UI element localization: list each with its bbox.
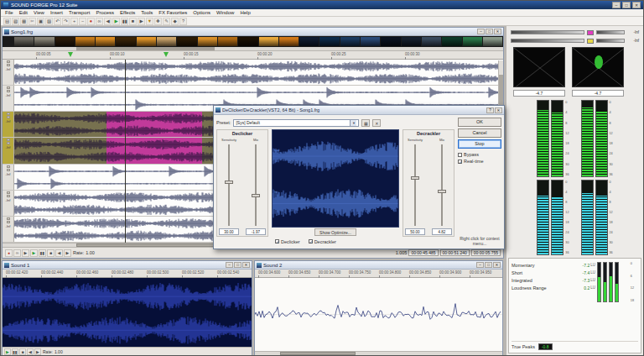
window-minimize-button[interactable]: – bbox=[226, 262, 233, 268]
menu-options[interactable]: Options bbox=[193, 10, 210, 15]
time-ruler[interactable]: 00:00:0500:00:1000:00:1500:00:2000:00:25… bbox=[3, 51, 503, 60]
pause-icon[interactable]: ▮▮ bbox=[121, 18, 128, 25]
solo-button[interactable] bbox=[7, 221, 10, 223]
go-to-end-button[interactable]: ▶ bbox=[34, 348, 41, 355]
pause-button[interactable]: ▮▮ bbox=[39, 249, 46, 257]
menu-effects[interactable]: Effects bbox=[120, 10, 135, 15]
edit-tool-icon[interactable]: ✎ bbox=[163, 18, 170, 25]
overview-thumb[interactable] bbox=[76, 47, 215, 50]
solo-button[interactable] bbox=[7, 116, 10, 118]
slider-mix[interactable] bbox=[250, 143, 262, 228]
record-button[interactable]: ● bbox=[5, 249, 13, 257]
event-tool-icon[interactable]: ◆ bbox=[171, 18, 179, 25]
checkbox-box[interactable]: ✓ bbox=[458, 160, 462, 164]
solo-button[interactable] bbox=[7, 64, 10, 66]
mute-button[interactable] bbox=[7, 113, 10, 115]
sound2-window-titlebar[interactable]: Sound 2 – □ ✕ bbox=[255, 261, 502, 270]
window-maximize-button[interactable]: □ bbox=[486, 29, 493, 34]
loop-icon[interactable]: ∞ bbox=[96, 18, 103, 25]
menu-insert[interactable]: Insert bbox=[50, 10, 63, 15]
video-thumbnail[interactable] bbox=[259, 37, 278, 46]
mute-button[interactable] bbox=[7, 86, 10, 89]
menu-view[interactable]: View bbox=[34, 10, 44, 15]
play-icon[interactable]: ▶ bbox=[112, 18, 120, 25]
slider-value[interactable]: -1.97 bbox=[246, 228, 266, 235]
mute-button[interactable] bbox=[7, 139, 10, 141]
copy-icon[interactable]: ▣ bbox=[37, 18, 44, 25]
app-titlebar[interactable]: SOUND FORGE Pro 12 Suite – □ ✕ bbox=[1, 1, 643, 9]
video-thumbnail[interactable] bbox=[422, 37, 441, 46]
solo-button[interactable] bbox=[7, 169, 10, 171]
time-field[interactable]: 00:00:51.240 bbox=[440, 249, 470, 256]
mute-button[interactable] bbox=[7, 217, 10, 220]
record-icon[interactable]: ● bbox=[87, 18, 95, 25]
maximize-button[interactable]: □ bbox=[622, 2, 631, 8]
window-close-button[interactable]: ✕ bbox=[242, 262, 250, 268]
go-to-start-button[interactable]: ◀ bbox=[27, 348, 34, 355]
open-file-icon[interactable]: ▨ bbox=[12, 18, 19, 25]
go-to-end-button[interactable]: ▶ bbox=[64, 249, 71, 257]
scrollbar-thumb[interactable] bbox=[280, 352, 356, 355]
video-thumbnail[interactable] bbox=[402, 37, 421, 46]
snap-icon[interactable]: ✚ bbox=[154, 18, 162, 25]
chevron-down-icon[interactable]: ▼ bbox=[350, 120, 356, 126]
slider-thumb[interactable] bbox=[438, 190, 446, 193]
slider-mix[interactable] bbox=[436, 143, 448, 228]
show-optimize-button[interactable]: Show Optimize... bbox=[314, 228, 356, 236]
slider-thumb[interactable] bbox=[225, 181, 233, 184]
video-thumbnail[interactable] bbox=[319, 37, 339, 46]
window-close-button[interactable]: ✕ bbox=[494, 29, 501, 34]
preset-dropdown[interactable]: [Sys] Default ▼ bbox=[233, 119, 359, 127]
slider-sensitivity[interactable] bbox=[223, 143, 235, 228]
stop-button[interactable]: Stop bbox=[458, 139, 501, 149]
video-thumbnail[interactable] bbox=[75, 37, 95, 46]
track-header[interactable]: -Inf bbox=[3, 191, 14, 216]
time-field[interactable]: 00:00:05.755 bbox=[471, 249, 501, 256]
video-thumbnail[interactable] bbox=[14, 37, 34, 46]
redo-icon[interactable]: ↷ bbox=[62, 18, 70, 25]
slider-value[interactable]: 4.82 bbox=[432, 228, 452, 235]
ok-button[interactable]: OK bbox=[458, 118, 501, 127]
time-ruler[interactable]: 00:00:02.42000:00:02.44000:00:02.46000:0… bbox=[3, 270, 252, 278]
menu-tools[interactable]: Tools bbox=[141, 10, 153, 15]
menu-file[interactable]: File bbox=[5, 10, 13, 15]
dialog-titlebar[interactable]: DeClicker/DeCrackler(VST2, 64 Bit) - Son… bbox=[214, 106, 504, 115]
cancel-button[interactable]: Cancel bbox=[458, 128, 501, 138]
horizontal-scrollbar[interactable] bbox=[255, 351, 502, 355]
solo-button[interactable] bbox=[7, 90, 10, 92]
video-thumbnail[interactable] bbox=[157, 37, 176, 46]
minimize-button[interactable]: – bbox=[612, 2, 621, 8]
video-thumbnail[interactable] bbox=[34, 37, 54, 46]
mute-button[interactable] bbox=[7, 191, 10, 194]
menu-process[interactable]: Process bbox=[96, 10, 114, 15]
go-to-start-button[interactable]: ◀ bbox=[55, 249, 63, 257]
menu-transport[interactable]: Transport bbox=[69, 10, 90, 15]
slider-thumb[interactable] bbox=[411, 176, 419, 180]
track-header[interactable]: -Inf bbox=[3, 112, 14, 137]
help-icon[interactable]: ? bbox=[179, 18, 187, 25]
mute-button[interactable] bbox=[7, 60, 10, 63]
menu-edit[interactable]: Edit bbox=[19, 10, 28, 15]
mute-button[interactable] bbox=[7, 165, 10, 168]
video-thumbnail[interactable] bbox=[361, 37, 380, 46]
rate-value[interactable]: 1.00 bbox=[55, 349, 63, 354]
song-window-titlebar[interactable]: Song1.frg – □ ✕ bbox=[3, 28, 503, 36]
playhead-cursor[interactable] bbox=[125, 60, 126, 243]
time-field[interactable]: 00:00:45.485 bbox=[408, 249, 438, 256]
save-icon[interactable]: ▦ bbox=[20, 18, 28, 25]
checkbox-declicker[interactable]: ✓Declicker bbox=[275, 239, 300, 244]
video-thumbnail[interactable] bbox=[381, 37, 400, 46]
pause-button[interactable]: ▮▮ bbox=[12, 348, 18, 355]
checkbox-box[interactable]: ✓ bbox=[309, 239, 313, 243]
marker-icon[interactable]: ▼ bbox=[146, 18, 153, 25]
dialog-close-button[interactable]: ✕ bbox=[495, 107, 502, 113]
save-preset-icon[interactable]: ▦ bbox=[361, 119, 370, 127]
video-thumbnail[interactable] bbox=[483, 37, 502, 46]
close-button[interactable]: ✕ bbox=[632, 2, 641, 8]
checkbox-box[interactable]: ✓ bbox=[275, 239, 279, 243]
loop-playback-button[interactable]: ∞ bbox=[13, 249, 21, 257]
video-thumbnail[interactable] bbox=[198, 37, 217, 46]
rate-value[interactable]: 1.00 bbox=[86, 250, 95, 255]
video-thumbnail[interactable] bbox=[340, 37, 360, 46]
checkbox-decrackler[interactable]: ✓Decrackler bbox=[309, 239, 336, 244]
